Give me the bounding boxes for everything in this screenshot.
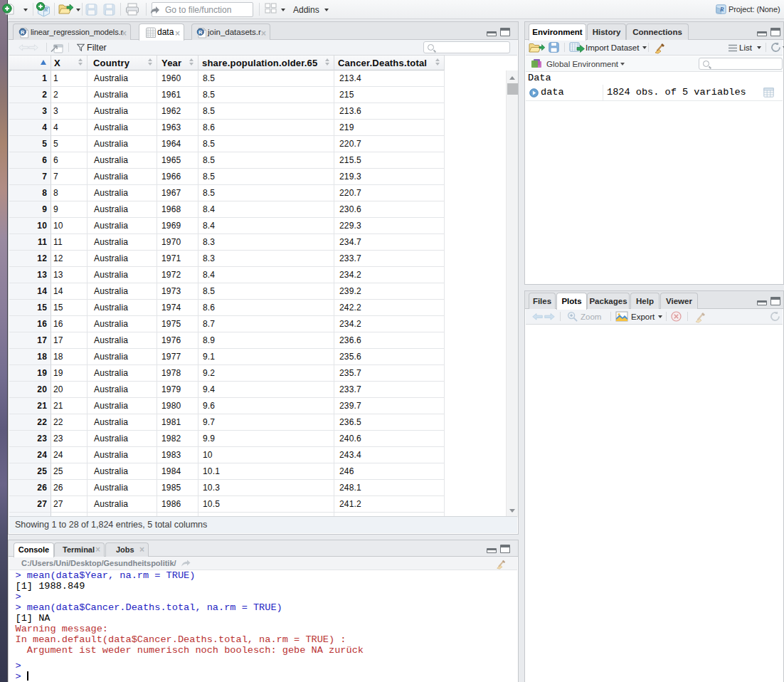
svg-text:R: R — [198, 29, 203, 36]
svg-text:R: R — [719, 6, 724, 13]
svg-text:R: R — [21, 29, 25, 36]
